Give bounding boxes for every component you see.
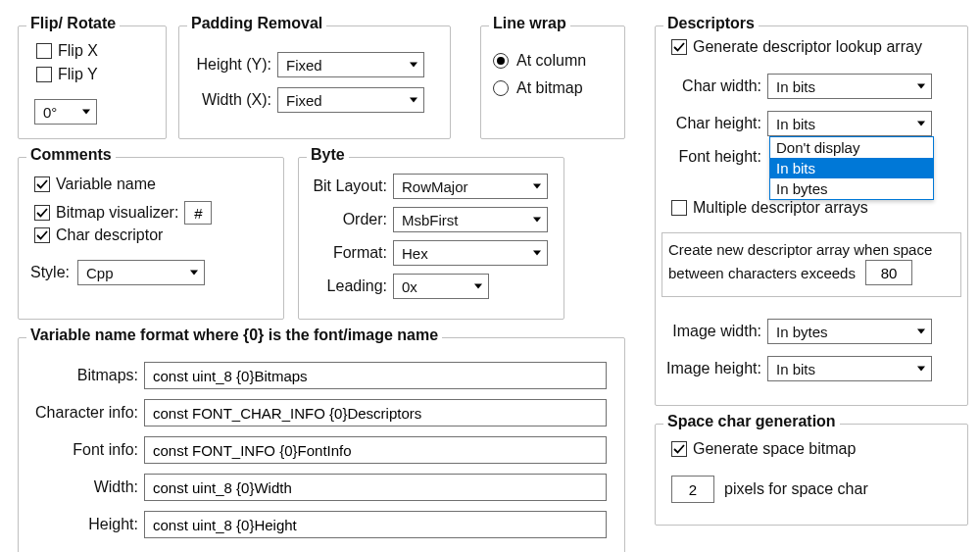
group-space-char: Space char generation Generate space bit…: [655, 424, 968, 526]
chevron-down-icon: [533, 218, 541, 223]
checkbox-char-descriptor[interactable]: Char descriptor: [34, 226, 163, 244]
label-leading: Leading:: [305, 277, 393, 295]
check-icon: [34, 227, 50, 243]
combo-format[interactable]: Hex: [393, 240, 548, 266]
dropdown-item-dont-display[interactable]: Don't display: [770, 137, 933, 158]
label-bit-layout: Bit Layout:: [305, 177, 393, 195]
input-bitmaps-format[interactable]: [144, 362, 607, 389]
label-char-info: Character info:: [24, 404, 144, 422]
check-icon: [671, 441, 687, 457]
combo-char-height[interactable]: In bits: [767, 111, 932, 136]
label-bitmaps: Bitmaps:: [24, 367, 144, 384]
input-fontinfo-format[interactable]: [144, 436, 607, 464]
label-image-width: Image width:: [662, 323, 767, 340]
check-icon: [34, 176, 50, 192]
chevron-down-icon: [533, 251, 541, 256]
square-icon: [36, 67, 52, 82]
combo-image-height[interactable]: In bits: [767, 356, 932, 381]
label-image-height: Image height:: [662, 360, 767, 377]
group-title-padding: Padding Removal: [187, 15, 326, 32]
label-space-px: pixels for space char: [724, 480, 868, 498]
input-visualizer-char[interactable]: [184, 201, 212, 225]
dropdown-popup-char-height: Don't display In bits In bytes: [769, 136, 934, 200]
combo-bit-layout[interactable]: RowMajor: [393, 174, 548, 199]
combo-image-width[interactable]: In bytes: [767, 319, 932, 344]
combo-padding-height[interactable]: Fixed: [277, 52, 424, 77]
group-padding-removal: Padding Removal Height (Y): Fixed Width …: [178, 25, 451, 139]
checkbox-bitmap-visualizer[interactable]: Bitmap visualizer:: [34, 204, 178, 222]
group-title-flip-rotate: Flip/ Rotate: [26, 15, 120, 32]
chevron-down-icon: [533, 184, 541, 189]
group-var-format: Variable name format where {0} is the fo…: [18, 337, 625, 552]
chevron-down-icon: [917, 367, 925, 372]
chevron-down-icon: [410, 63, 417, 68]
dropdown-item-in-bits[interactable]: In bits: [770, 158, 933, 178]
check-icon: [671, 39, 687, 55]
label-font-height: Font height:: [662, 148, 767, 166]
chevron-down-icon: [474, 284, 482, 289]
group-title-line-wrap: Line wrap: [489, 15, 570, 32]
group-title-comments: Comments: [26, 146, 116, 164]
combo-order[interactable]: MsbFirst: [393, 207, 548, 232]
panel-create-descriptor: Create new descriptor array when space b…: [662, 232, 961, 297]
square-icon: [36, 43, 52, 59]
checkbox-gen-space-bitmap[interactable]: Generate space bitmap: [671, 440, 856, 458]
chevron-down-icon: [82, 110, 90, 115]
input-width-format[interactable]: [144, 474, 607, 501]
chevron-down-icon: [917, 84, 925, 89]
group-comments: Comments Variable name Bitmap visualizer…: [18, 157, 284, 320]
check-icon: [34, 205, 50, 221]
checkbox-gen-lookup[interactable]: Generate descriptor lookup array: [671, 38, 922, 56]
combo-char-width[interactable]: In bits: [767, 74, 932, 99]
label-order: Order:: [305, 211, 393, 228]
combo-rotate-angle[interactable]: 0°: [34, 99, 97, 125]
label-create-text: Create new descriptor array when space b…: [668, 239, 955, 285]
group-title-descriptors: Descriptors: [663, 15, 759, 32]
checkbox-flip-y[interactable]: Flip Y: [36, 66, 98, 83]
radio-icon: [493, 53, 509, 69]
combo-style[interactable]: Cpp: [77, 260, 205, 285]
label-width-x: Width (X):: [189, 91, 277, 109]
combo-padding-width[interactable]: Fixed: [277, 87, 424, 113]
label-style: Style:: [30, 264, 77, 281]
group-title-byte: Byte: [307, 146, 349, 164]
radio-at-bitmap[interactable]: At bitmap: [493, 79, 583, 97]
input-exceed-value[interactable]: [865, 260, 912, 285]
radio-icon: [493, 80, 509, 96]
checkbox-flip-x[interactable]: Flip X: [36, 42, 98, 60]
chevron-down-icon: [410, 98, 417, 103]
combo-leading[interactable]: 0x: [393, 274, 489, 299]
radio-at-column[interactable]: At column: [493, 52, 586, 70]
input-space-px[interactable]: [671, 476, 714, 503]
chevron-down-icon: [917, 122, 925, 126]
chevron-down-icon: [190, 271, 198, 276]
label-font-info: Font info:: [24, 441, 144, 459]
checkbox-multi-descriptor[interactable]: Multiple descriptor arrays: [671, 199, 868, 217]
input-height-format[interactable]: [144, 511, 607, 538]
group-title-space-char: Space char generation: [663, 413, 840, 430]
group-title-var-format: Variable name format where {0} is the fo…: [26, 326, 442, 344]
label-height-fmt: Height:: [24, 516, 144, 533]
checkbox-variable-name[interactable]: Variable name: [34, 176, 156, 193]
square-icon: [671, 200, 687, 216]
label-char-height: Char height:: [662, 115, 767, 132]
chevron-down-icon: [917, 329, 925, 334]
label-char-width: Char width:: [662, 77, 767, 95]
group-flip-rotate: Flip/ Rotate Flip X Flip Y 0°: [18, 25, 167, 139]
group-byte: Byte Bit Layout: RowMajor Order: MsbFirs…: [298, 157, 564, 320]
label-height-y: Height (Y):: [189, 56, 277, 74]
label-width-fmt: Width:: [24, 478, 144, 496]
dropdown-item-in-bytes[interactable]: In bytes: [770, 178, 933, 199]
label-format: Format:: [305, 244, 393, 262]
group-line-wrap: Line wrap At column At bitmap: [480, 25, 625, 139]
input-charinfo-format[interactable]: [144, 399, 607, 427]
group-descriptors: Descriptors Generate descriptor lookup a…: [655, 25, 968, 406]
